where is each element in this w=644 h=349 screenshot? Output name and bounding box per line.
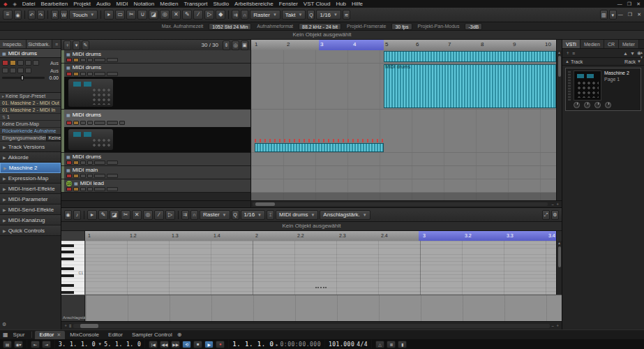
midi-activity-icon[interactable]: ▮ [398, 341, 407, 348]
scroll-up-icon[interactable]: ▲ [557, 50, 561, 54]
section-midi-kanalzug[interactable]: ▶MIDI-Kanalzug [0, 215, 61, 225]
edited-part-dropdown[interactable]: MIDI drums▼ [276, 210, 318, 220]
menu-item-hub[interactable]: Hub [336, 1, 346, 7]
record-enable-button[interactable] [66, 121, 72, 125]
split-tool[interactable]: ✂ [126, 10, 136, 20]
midi-part[interactable] [384, 51, 556, 62]
add-controller-lane-icon[interactable]: ＋ [63, 322, 68, 329]
section-akkorde[interactable]: ▶Akkorde [0, 152, 61, 163]
black-key[interactable] [61, 251, 74, 253]
section-quick-controls[interactable]: ▶Quick Controls [0, 225, 61, 236]
event-lane[interactable]: MIDI drums [251, 64, 556, 110]
event-display[interactable]: MIDI drums [251, 50, 556, 200]
play-tool[interactable]: ▷ [204, 10, 214, 20]
rewind-button[interactable]: ◀◀ [160, 341, 169, 348]
performance-meter-button[interactable]: ▥ [600, 10, 608, 20]
play-button[interactable]: ▶ [204, 341, 214, 348]
track-row-midi-lead[interactable]: 10▦MIDI lead [61, 179, 250, 193]
cycle-range[interactable] [419, 231, 556, 241]
go-to-start-button[interactable]: |◀ [149, 341, 158, 348]
track-options[interactable] [94, 72, 105, 76]
tab-spur[interactable]: Spur [9, 331, 29, 339]
solo-editor-button[interactable]: ◉ [64, 210, 72, 220]
quick-control-knob[interactable] [574, 102, 580, 108]
freeze-button[interactable] [10, 68, 16, 73]
record-button[interactable]: ● [216, 341, 225, 348]
redo-icon[interactable]: ↷ [37, 10, 45, 20]
position-display[interactable]: 1. 1. 1. 0 [232, 341, 274, 348]
zones-icon[interactable]: ▦ [3, 332, 8, 338]
piano-keyboard[interactable]: C1 [61, 241, 85, 295]
arrow-up-icon[interactable]: ▲ [623, 51, 628, 56]
track-options[interactable] [94, 161, 105, 165]
mute-button[interactable] [80, 121, 86, 125]
toolbar-setup-icon[interactable]: ≡ [3, 10, 13, 20]
record-enable-button[interactable] [66, 58, 72, 62]
track-options[interactable] [107, 174, 118, 178]
solo-button[interactable] [25, 60, 31, 66]
editor-vertical-scrollbar[interactable]: ▲ [556, 241, 562, 295]
autoscroll-button[interactable]: ⇉ [181, 210, 189, 220]
framerate-value[interactable]: 30 fps [391, 23, 412, 30]
zoom-in-icon[interactable]: ＋ [555, 322, 560, 329]
tab-inspector[interactable]: Inspecto. [0, 40, 27, 48]
quick-control-knob[interactable] [594, 102, 601, 108]
play-tool[interactable]: ▷ [165, 210, 175, 220]
black-key[interactable] [61, 258, 74, 260]
scroll-thumb[interactable] [255, 202, 275, 206]
section-maschine-2[interactable]: ▶Maschine 2 [0, 163, 61, 173]
record-enable-button[interactable] [66, 174, 72, 178]
tab-visibility[interactable]: Sichtbark. [27, 40, 53, 48]
tab-cr[interactable]: CR [604, 40, 619, 48]
zoom-tool[interactable]: ◎ [160, 10, 170, 20]
editor-horizontal-scrollbar[interactable] [73, 324, 551, 328]
punch-in-icon[interactable]: ⇤ [31, 341, 40, 348]
quantize-icon[interactable]: Q [232, 210, 239, 220]
section-track-versions[interactable]: ▶Track Versions [0, 142, 61, 152]
record-format-value[interactable]: 88.2 kHz - 24 bit [299, 23, 341, 30]
snap-button[interactable]: ∩ [241, 10, 248, 20]
solo-button[interactable] [87, 187, 93, 191]
track-options[interactable] [107, 187, 118, 191]
menu-item-audio[interactable]: Audio [96, 1, 110, 7]
line-tool[interactable]: ∕ [154, 210, 164, 220]
zoom-in-icon[interactable]: ＋ [555, 201, 560, 207]
track-height-icon[interactable]: ⇕ [223, 40, 230, 50]
quantize-icon[interactable]: Q [307, 10, 315, 20]
monitor-button[interactable] [73, 161, 79, 165]
menu-item-arbeitsbereiche[interactable]: Arbeitsbereiche [234, 1, 274, 7]
chevron-down-icon[interactable]: ▼ [98, 342, 102, 346]
track-options[interactable] [107, 58, 118, 62]
minimize-button[interactable]: — [617, 1, 622, 7]
quantize-dropdown[interactable]: 1/16▼ [316, 10, 341, 20]
track-name[interactable]: MIDI drums [73, 51, 101, 57]
controller-lane-dropdown[interactable]: Anschlagstärk.▼ [320, 210, 370, 220]
project-horizontal-scrollbar[interactable] [253, 202, 548, 206]
autoscroll-button[interactable]: ⇉ [232, 10, 239, 20]
retro-record-row[interactable]: Rückwirkende Aufnahme [0, 128, 61, 135]
track-name[interactable]: MIDI drums [73, 154, 101, 160]
transport-panel-icon[interactable]: ▤ [3, 341, 12, 348]
track-options[interactable] [107, 161, 118, 165]
track-rack-label[interactable]: Track [571, 59, 583, 64]
tab-editor-active[interactable]: Editor✕ [35, 331, 65, 339]
snap-button[interactable]: ∩ [190, 210, 198, 220]
menu-item-notation[interactable]: Notation [133, 1, 154, 7]
mute-button[interactable] [80, 58, 86, 62]
monitor-button[interactable] [73, 121, 79, 125]
black-key[interactable] [61, 284, 74, 287]
tab-editor[interactable]: Editor [104, 331, 127, 339]
solo-button[interactable] [87, 72, 93, 76]
lane-setup-icon[interactable]: ≡ [69, 324, 72, 328]
track-row-midi-drums-4[interactable]: ▦MIDI drums [61, 153, 250, 166]
controller-lane-area[interactable] [85, 295, 562, 321]
track-row-midi-main[interactable]: ▦MIDI main [61, 166, 250, 179]
cycle-range[interactable] [319, 40, 384, 50]
grid-type-dropdown[interactable]: Takt▼ [282, 10, 306, 20]
menu-item-projekt[interactable]: Projekt [73, 1, 91, 7]
glue-tool[interactable]: ∪ [137, 10, 147, 20]
menu-item-hilfe[interactable]: Hilfe [352, 1, 363, 7]
volume-value[interactable]: 0.00 [49, 75, 59, 80]
color-tool[interactable]: ◆ [216, 10, 225, 20]
tab-medien[interactable]: Medien [581, 40, 604, 48]
